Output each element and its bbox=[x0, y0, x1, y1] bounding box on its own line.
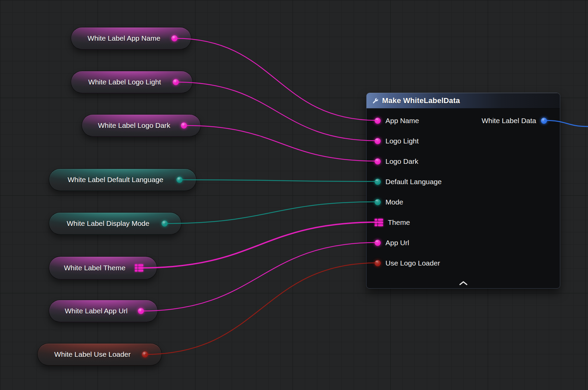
blueprint-canvas[interactable]: White Label App NameWhite Label Logo Lig… bbox=[0, 0, 588, 390]
output-pin[interactable] bbox=[176, 177, 183, 183]
wire-teal-4[interactable] bbox=[180, 180, 377, 181]
variable-getter-node-5[interactable]: White Label Display Mode bbox=[49, 212, 182, 235]
variable-getter-label: White Label App Name bbox=[81, 34, 167, 42]
input-pin[interactable] bbox=[375, 179, 381, 185]
output-pin-label: White Label Data bbox=[482, 117, 536, 125]
variable-getter-node-7[interactable]: White Label App Url bbox=[49, 300, 158, 322]
input-row: App Url bbox=[366, 233, 560, 253]
output-pin[interactable] bbox=[142, 351, 148, 357]
output-pin[interactable] bbox=[162, 220, 168, 227]
output-row: White Label Data bbox=[482, 111, 547, 131]
node-title: Make WhiteLabelData bbox=[382, 96, 460, 105]
variable-getter-node-6[interactable]: White Label Theme bbox=[49, 256, 157, 279]
input-pin[interactable] bbox=[375, 240, 381, 246]
input-pin-label: Default Language bbox=[385, 178, 442, 186]
output-pin[interactable] bbox=[171, 35, 177, 41]
input-row: Logo Dark bbox=[366, 151, 560, 172]
node-body: App NameLogo LightLogo DarkDefault Langu… bbox=[366, 109, 560, 288]
output-pin[interactable] bbox=[541, 118, 547, 124]
make-whitelabeldata-node[interactable]: Make WhiteLabelDataApp NameLogo LightLog… bbox=[366, 93, 560, 289]
variable-getter-node-8[interactable]: White Label Use Loader bbox=[37, 343, 162, 366]
input-pin[interactable] bbox=[375, 199, 381, 205]
variable-getter-label: White Label App Url bbox=[59, 307, 134, 315]
input-row: Theme bbox=[366, 212, 560, 233]
variable-getter-node-2[interactable]: White Label Logo Light bbox=[71, 71, 193, 93]
input-pin[interactable] bbox=[375, 138, 381, 144]
chevron-up-icon bbox=[459, 281, 468, 286]
input-row: Use Logo Loader bbox=[366, 253, 560, 273]
input-pin[interactable] bbox=[375, 260, 381, 266]
input-pin-label: App Url bbox=[385, 239, 409, 247]
output-pin[interactable] bbox=[173, 79, 179, 85]
variable-getter-label: White Label Logo Light bbox=[81, 78, 169, 86]
collapse-node-button[interactable] bbox=[366, 281, 560, 286]
wire-pink-3[interactable] bbox=[184, 125, 377, 161]
wire-pink-2[interactable] bbox=[176, 82, 377, 141]
input-pin-label: Logo Light bbox=[385, 137, 419, 145]
variable-getter-label: White Label Default Language bbox=[59, 176, 172, 184]
input-pin-label: Theme bbox=[388, 218, 410, 227]
make-struct-icon bbox=[372, 97, 379, 104]
variable-getter-label: White Label Use Loader bbox=[47, 350, 138, 358]
wire-pink-1[interactable] bbox=[175, 38, 377, 120]
wire-teal-5[interactable] bbox=[165, 202, 377, 223]
variable-getter-label: White Label Display Mode bbox=[59, 219, 158, 228]
variable-getter-node-4[interactable]: White Label Default Language bbox=[49, 169, 196, 191]
wire-pink-7[interactable] bbox=[141, 242, 377, 311]
input-pin-label: App Name bbox=[385, 117, 419, 125]
variable-getter-node-3[interactable]: White Label Logo Dark bbox=[82, 114, 201, 137]
struct-grid-input-pin[interactable] bbox=[375, 219, 383, 226]
input-row: Mode bbox=[366, 192, 560, 212]
wire-red-8[interactable] bbox=[145, 263, 377, 354]
input-row: Logo Light bbox=[366, 131, 560, 151]
struct-grid-output-pin[interactable] bbox=[135, 264, 143, 272]
variable-getter-label: White Label Theme bbox=[59, 264, 131, 272]
output-pin[interactable] bbox=[138, 308, 144, 314]
node-header[interactable]: Make WhiteLabelData bbox=[366, 93, 560, 109]
input-pin[interactable] bbox=[375, 158, 381, 164]
output-pin[interactable] bbox=[181, 122, 187, 129]
variable-getter-node-1[interactable]: White Label App Name bbox=[71, 27, 191, 50]
input-pin[interactable] bbox=[375, 118, 381, 124]
variable-getter-label: White Label Logo Dark bbox=[91, 121, 177, 130]
input-pin-label: Use Logo Loader bbox=[385, 259, 440, 267]
input-pin-label: Mode bbox=[385, 198, 403, 206]
input-pin-label: Logo Dark bbox=[385, 157, 418, 165]
input-row: Default Language bbox=[366, 172, 560, 192]
